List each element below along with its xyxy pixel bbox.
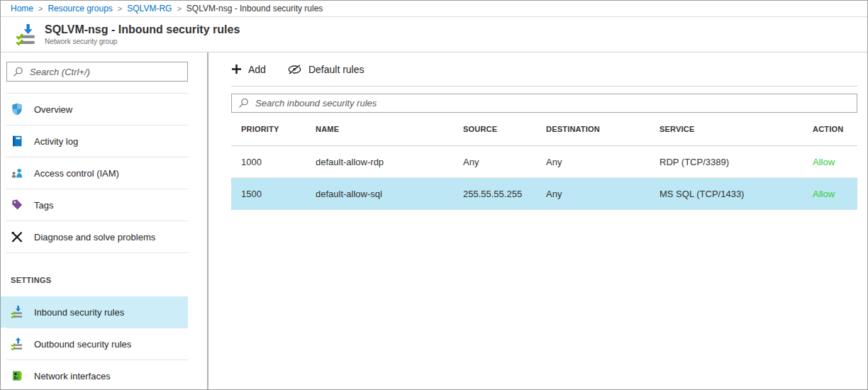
default-rules-button-label: Default rules <box>308 64 365 75</box>
sidebar-item-label: Tags <box>34 200 53 211</box>
azure-portal-blade: Home > Resource groups > SQLVM-RG > SQLV… <box>0 0 868 390</box>
table-row-default-allow-rdp[interactable]: 1000 default-allow-rdp Any Any RDP (TCP/… <box>231 146 857 178</box>
inbound-arrow-icon <box>11 306 23 318</box>
table-header-row: PRIORITY NAME SOURCE DESTINATION SERVICE… <box>231 113 857 146</box>
column-header-destination: DESTINATION <box>546 125 660 133</box>
breadcrumb-current-page: SQLVM-nsg - Inbound security rules <box>187 4 323 13</box>
shield-icon <box>11 103 23 116</box>
breadcrumb-home[interactable]: Home <box>11 4 33 13</box>
cell-name: default-allow-rdp <box>316 157 463 167</box>
cell-source: 255.55.55.255 <box>463 189 546 199</box>
breadcrumb-sqlvm-rg[interactable]: SQLVM-RG <box>127 4 172 13</box>
add-button-label: Add <box>248 64 266 75</box>
cell-source: Any <box>463 157 546 167</box>
cell-destination: Any <box>546 157 660 167</box>
rules-search-input[interactable] <box>255 98 850 108</box>
cell-priority: 1000 <box>241 157 316 167</box>
divider <box>6 252 188 253</box>
sidebar-item-label: Outbound security rules <box>34 339 131 350</box>
sidebar-item-label: Overview <box>34 104 72 115</box>
inbound-security-rules-icon <box>16 24 37 45</box>
tag-icon <box>11 199 23 211</box>
toolbar: Add Default rules <box>231 52 857 87</box>
cell-destination: Any <box>546 189 660 199</box>
breadcrumb-separator: > <box>38 4 43 13</box>
sidebar-item-label: Access control (IAM) <box>34 168 119 179</box>
page-header: SQLVM-nsg - Inbound security rules Netwo… <box>1 17 867 52</box>
sidebar-search[interactable] <box>6 62 188 82</box>
sidebar-item-network-interfaces[interactable]: Network interfaces <box>1 360 188 389</box>
people-icon <box>11 167 23 179</box>
sidebar-item-label: Diagnose and solve problems <box>34 232 155 243</box>
content-pane: Add Default rules <box>208 52 867 389</box>
sidebar-item-inbound-security-rules[interactable]: Inbound security rules <box>1 296 188 328</box>
column-header-action: ACTION <box>813 125 857 133</box>
sidebar-item-overview[interactable]: Overview <box>1 94 188 125</box>
cell-service: MS SQL (TCP/1433) <box>660 189 813 199</box>
column-header-service: SERVICE <box>660 125 813 133</box>
tools-icon <box>11 230 23 243</box>
sidebar-item-outbound-security-rules[interactable]: Outbound security rules <box>1 328 188 360</box>
sidebar-nav: Overview Activity log <box>1 93 207 389</box>
eye-slash-icon <box>287 64 302 75</box>
breadcrumb-separator: > <box>177 4 181 13</box>
book-icon <box>11 135 23 147</box>
search-icon <box>238 98 249 108</box>
breadcrumb-separator: > <box>118 4 122 13</box>
sidebar-item-label: Inbound security rules <box>34 307 124 318</box>
cell-name: default-allow-sql <box>316 189 463 199</box>
column-header-source: SOURCE <box>463 125 546 133</box>
sidebar-item-label: Activity log <box>34 136 78 147</box>
sidebar-item-diagnose[interactable]: Diagnose and solve problems <box>1 221 188 252</box>
search-icon <box>13 67 23 77</box>
column-header-priority: PRIORITY <box>241 125 316 133</box>
sidebar-item-activity-log[interactable]: Activity log <box>1 126 188 157</box>
sidebar: Overview Activity log <box>1 52 208 389</box>
column-header-name: NAME <box>316 125 463 133</box>
outbound-arrow-icon <box>11 338 23 350</box>
cell-service: RDP (TCP/3389) <box>660 157 813 167</box>
plus-icon <box>231 64 242 74</box>
settings-section-header: SETTINGS <box>11 276 207 284</box>
breadcrumb: Home > Resource groups > SQLVM-RG > SQLV… <box>1 1 867 17</box>
cell-action: Allow <box>813 189 857 199</box>
breadcrumb-resource-groups[interactable]: Resource groups <box>48 4 112 13</box>
page-title: SQLVM-nsg - Inbound security rules <box>45 23 240 36</box>
rules-search[interactable] <box>231 94 857 113</box>
sidebar-item-tags[interactable]: Tags <box>1 189 188 221</box>
sidebar-item-access-control[interactable]: Access control (IAM) <box>1 157 188 189</box>
nic-icon <box>11 369 23 382</box>
page-subtitle: Network security group <box>45 38 240 45</box>
cell-action: Allow <box>813 157 857 167</box>
sidebar-item-label: Network interfaces <box>34 371 111 381</box>
sidebar-search-input[interactable] <box>30 67 182 77</box>
table-row-default-allow-sql[interactable]: 1500 default-allow-sql 255.55.55.255 Any… <box>231 178 857 210</box>
default-rules-button[interactable]: Default rules <box>287 64 365 75</box>
add-button[interactable]: Add <box>231 64 266 75</box>
cell-priority: 1500 <box>241 189 316 199</box>
